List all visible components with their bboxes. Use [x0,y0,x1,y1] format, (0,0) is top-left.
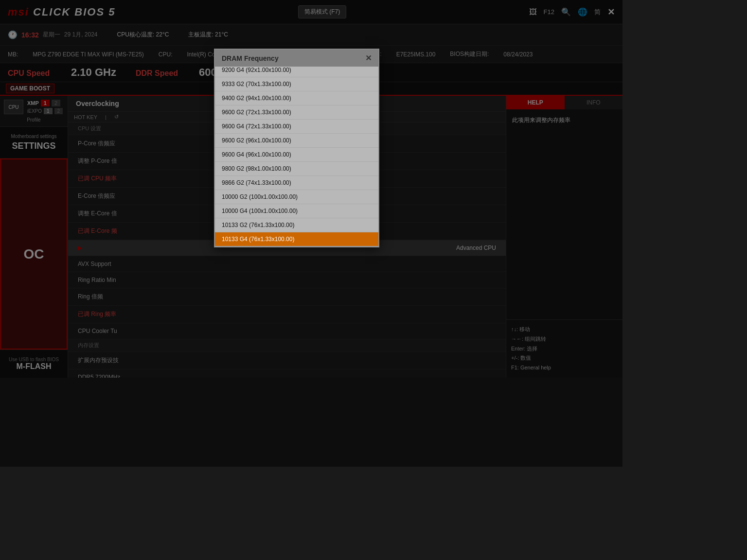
modal-list-item[interactable]: 9600 G4 (72x1.33x100.00) [215,120,378,134]
modal-list-item[interactable]: 10000 G4 (100x1.00x100.00) [215,204,378,218]
modal-list-item[interactable]: 9333 G2 (70x1.33x100.00) [215,77,378,91]
modal-overlay: DRAM Frequency ✕ 8000 G4 (80x1.00x100.00… [0,0,622,467]
modal-list-item[interactable]: 9866 G2 (74x1.33x100.00) [215,176,378,190]
modal-list-item[interactable]: 9600 G2 (96x1.00x100.00) [215,134,378,148]
modal-list-item[interactable]: 10000 G2 (100x1.00x100.00) [215,190,378,204]
modal-list-item[interactable]: 10133 G4 (76x1.33x100.00) [215,232,378,246]
modal-list-item[interactable]: 10133 G2 (76x1.33x100.00) [215,218,378,232]
dram-frequency-modal: DRAM Frequency ✕ 8000 G4 (80x1.00x100.00… [214,49,379,247]
modal-close-button[interactable]: ✕ [365,53,372,63]
modal-list-item[interactable]: 9200 G4 (92x1.00x100.00) [215,67,378,77]
modal-list-item[interactable]: 9800 G2 (98x1.00x100.00) [215,162,378,176]
modal-list-item[interactable]: 9600 G4 (96x1.00x100.00) [215,148,378,162]
modal-list-item[interactable]: 9600 G2 (72x1.33x100.00) [215,105,378,120]
modal-list-item[interactable]: 9400 G2 (94x1.00x100.00) [215,91,378,105]
modal-title-bar: DRAM Frequency ✕ [215,50,378,67]
modal-list-container[interactable]: 8000 G4 (80x1.00x100.00)8200 G2 (82x1.00… [215,67,378,246]
modal-list: 8000 G4 (80x1.00x100.00)8200 G2 (82x1.00… [215,67,378,246]
modal-title: DRAM Frequency [222,54,279,62]
